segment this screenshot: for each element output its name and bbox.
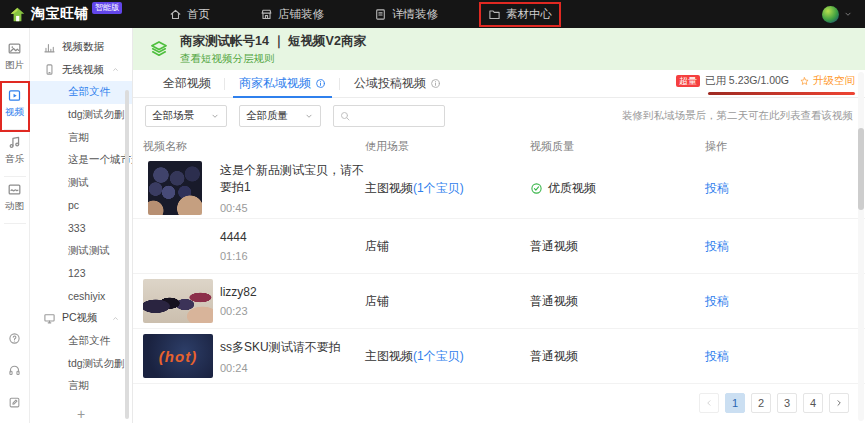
rail-item[interactable]: 视频 [2, 83, 28, 130]
video-thumbnail[interactable]: (hot) [143, 334, 213, 378]
sidebar-item[interactable]: 测试 [30, 172, 132, 195]
sidebar-item[interactable]: 全部文件 [30, 330, 132, 353]
sidebar-item[interactable]: 333 [30, 217, 132, 240]
quality-cell: 普通视频 [530, 238, 705, 255]
edit-icon [8, 396, 21, 409]
sidebar-item-label: 言期 [68, 379, 89, 393]
chevron-up-icon[interactable] [111, 314, 120, 323]
sidebar-item-label: PC视频 [62, 311, 98, 325]
next-page-button[interactable] [829, 393, 849, 413]
sidebar-item-label: 全部文件 [68, 85, 110, 99]
media-type-rail: 图片 视频 音乐 动图 [0, 28, 30, 423]
submit-link[interactable]: 投稿 [705, 181, 729, 195]
submit-link[interactable]: 投稿 [705, 349, 729, 363]
video-table-body: 这是个新品测试宝贝，请不要拍1 00:45 主图视频(1个宝贝) 优质视频 投稿 [133, 158, 865, 384]
sidebar-item[interactable]: pc [30, 194, 132, 217]
quality-filter-value: 全部质量 [246, 109, 288, 123]
video-tabs-row: 全部视频 商家私域视频 公域投稿视频 超量 已用 5.23G/1 [133, 70, 865, 98]
video-thumbnail[interactable] [143, 279, 213, 323]
video-thumbnail[interactable] [148, 161, 202, 215]
info-icon[interactable] [430, 78, 441, 89]
submit-link[interactable]: 投稿 [705, 239, 729, 253]
sidebar-item[interactable]: 全部文件 [30, 81, 132, 104]
sidebar-item[interactable]: 无线视频 [30, 59, 132, 82]
rail-item-label: 图片 [5, 59, 24, 72]
add-folder-button[interactable]: + [30, 404, 132, 423]
thumbnail-zone [143, 161, 213, 215]
monitor-icon [43, 312, 56, 325]
video-name-cell: 4444 01:16 [143, 224, 365, 268]
page-number-button[interactable]: 1 [725, 393, 745, 413]
video-tab[interactable]: 商家私域视频 [225, 70, 340, 97]
scene-item-link[interactable]: (1个宝贝) [413, 181, 464, 195]
video-tab[interactable]: 公域投稿视频 [340, 70, 455, 97]
sidebar-item-label: 全部文件 [68, 334, 110, 348]
quality-label: 普通视频 [530, 293, 578, 310]
submit-link[interactable]: 投稿 [705, 294, 729, 308]
rail-item[interactable]: 动图 [2, 177, 28, 224]
video-duration: 00:23 [220, 305, 257, 317]
column-video-quality: 视频质量 [530, 139, 705, 154]
music-icon [7, 135, 22, 150]
page-number-button[interactable]: 3 [777, 393, 797, 413]
pagination: 1 2 3 4 [133, 384, 865, 413]
scene-label: 店铺 [365, 294, 389, 308]
topnav-item[interactable]: 店铺装修 [253, 4, 331, 25]
rail-tool[interactable] [8, 363, 21, 381]
topnav-item[interactable]: 详情装修 [367, 4, 445, 25]
video-name-block: lizzy82 00:23 [220, 285, 257, 317]
prev-page-button[interactable] [699, 393, 719, 413]
logo-text: 淘宝旺铺 [31, 5, 89, 23]
video-name: ss多SKU测试请不要拍 [220, 339, 341, 356]
sidebar-item-label: 123 [68, 267, 86, 279]
tab-label: 公域投稿视频 [354, 75, 426, 92]
topbar-account-area [822, 6, 865, 23]
sidebar-item[interactable]: 123 [30, 262, 132, 285]
rail-item[interactable]: 图片 [2, 36, 28, 83]
sidebar-scrollbar[interactable] [125, 90, 129, 419]
scene-filter-select[interactable]: 全部场景 [145, 105, 227, 127]
topnav-item[interactable]: 素材中心 [481, 4, 559, 25]
page-number-button[interactable]: 2 [751, 393, 771, 413]
action-cell: 投稿 [705, 348, 865, 365]
rail-item[interactable]: 音乐 [2, 130, 28, 177]
scene-item-link[interactable]: (1个宝贝) [413, 349, 464, 363]
action-cell: 投稿 [705, 238, 865, 255]
star-icon [799, 76, 810, 87]
quality-filter-select[interactable]: 全部质量 [239, 105, 321, 127]
avatar[interactable] [822, 6, 839, 23]
tier-rules-link[interactable]: 查看短视频分层规则 [180, 52, 366, 66]
chevron-down-icon[interactable] [843, 9, 853, 19]
table-row: 这是个新品测试宝贝，请不要拍1 00:45 主图视频(1个宝贝) 优质视频 投稿 [133, 158, 865, 219]
rail-tool[interactable] [8, 331, 21, 349]
video-duration: 01:16 [220, 250, 248, 262]
sidebar-item[interactable]: 言期 [30, 375, 132, 398]
video-tab[interactable]: 全部视频 [149, 70, 225, 97]
page-number-button[interactable]: 4 [803, 393, 823, 413]
usage-scene-cell: 店铺 [365, 293, 530, 310]
sidebar-item[interactable]: 视频数据 [30, 36, 132, 59]
topnav-item[interactable]: 首页 [162, 4, 217, 25]
rail-tool[interactable] [8, 395, 21, 413]
help-icon [8, 332, 21, 345]
folder-icon [488, 8, 501, 21]
video-thumbnail[interactable] [143, 224, 213, 268]
sidebar-item[interactable]: 言期 [30, 126, 132, 149]
sidebar-item[interactable]: tdg测试勿删 [30, 104, 132, 127]
sidebar-item[interactable]: ceshiyix [30, 285, 132, 308]
sidebar-item[interactable]: tdg测试勿删 [30, 352, 132, 375]
chevron-up-icon[interactable] [111, 65, 120, 74]
topbar: 淘宝旺铺 智能版 首页 店铺装修 详情装修 [0, 0, 865, 28]
page-number: 1 [732, 397, 738, 409]
sidebar-item[interactable]: PC视频 [30, 307, 132, 330]
info-icon[interactable] [315, 78, 326, 89]
phone-icon [43, 63, 56, 76]
upgrade-storage-link[interactable]: 升级空间 [799, 74, 855, 88]
sidebar-item[interactable]: 测试测试 [30, 239, 132, 262]
sidebar-item[interactable]: 这是一个城市这是 [30, 149, 132, 172]
main-scrollbar[interactable] [858, 128, 864, 210]
column-usage-scene: 使用场景 [365, 139, 530, 154]
thumbnail-zone [143, 224, 213, 268]
topnav-item-label: 首页 [187, 7, 210, 22]
logo[interactable]: 淘宝旺铺 智能版 [0, 5, 124, 23]
